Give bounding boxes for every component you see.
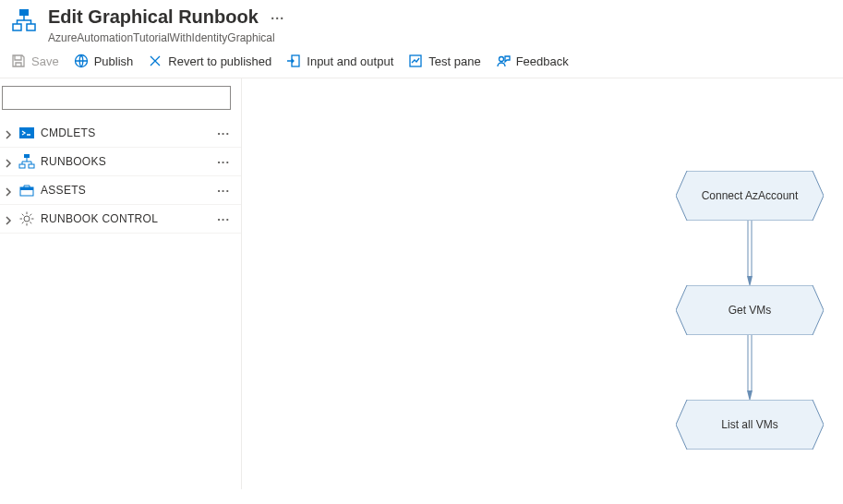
svg-rect-8	[24, 154, 30, 158]
save-icon	[11, 54, 26, 68]
chevron-right-icon	[4, 157, 13, 166]
revert-button[interactable]: Revert to published	[148, 54, 271, 68]
main-area: CMDLETS ··· RUNBOOKS ···	[0, 78, 843, 489]
activity-node-connect-azaccount[interactable]: Connect AzAccount	[676, 171, 824, 221]
svg-point-13	[24, 216, 30, 222]
input-output-button[interactable]: Input and output	[286, 54, 393, 68]
chevron-right-icon	[4, 186, 13, 195]
publish-button[interactable]: Publish	[74, 54, 134, 68]
feedback-label: Feedback	[516, 54, 569, 68]
library-item-runbook-control[interactable]: RUNBOOK CONTROL ···	[0, 205, 241, 234]
library-panel: CMDLETS ··· RUNBOOKS ···	[0, 78, 242, 489]
runbooks-hierarchy-icon	[18, 153, 35, 170]
chevron-right-icon	[4, 214, 13, 223]
header-more-button[interactable]: ···	[271, 11, 284, 26]
close-x-icon	[148, 54, 163, 68]
library-item-assets[interactable]: ASSETS ···	[0, 176, 241, 205]
publish-label: Publish	[94, 54, 134, 68]
input-output-icon	[286, 54, 301, 68]
svg-rect-10	[29, 164, 34, 168]
workflow-connector[interactable]	[747, 221, 753, 287]
svg-point-6	[499, 57, 503, 62]
revert-label: Revert to published	[168, 54, 271, 68]
library-item-label: RUNBOOK CONTROL	[41, 212, 208, 225]
library-item-label: CMDLETS	[41, 126, 208, 139]
globe-icon	[74, 54, 89, 68]
activity-node-label: Get VMs	[729, 304, 772, 317]
library-item-label: ASSETS	[41, 184, 208, 197]
workflow-connector[interactable]	[747, 335, 753, 402]
command-bar: Save Publish Revert to published Input a…	[0, 46, 843, 78]
activity-node-label: List all VMs	[721, 418, 777, 431]
feedback-person-icon	[496, 54, 511, 68]
library-item-more-button[interactable]: ···	[213, 212, 234, 226]
activity-node-list-all-vms[interactable]: List all VMs	[676, 400, 824, 450]
cmdlets-icon	[18, 125, 35, 141]
test-chart-icon	[408, 54, 423, 68]
library-item-more-button[interactable]: ···	[213, 155, 234, 169]
page-subtitle: AzureAutomationTutorialWithIdentityGraph…	[48, 31, 832, 44]
library-item-label: RUNBOOKS	[41, 155, 208, 168]
save-button: Save	[11, 54, 59, 68]
svg-rect-9	[19, 164, 25, 168]
page-header: Edit Graphical Runbook ··· AzureAutomati…	[0, 0, 843, 46]
chevron-right-icon	[4, 128, 13, 138]
assets-toolbox-icon	[18, 182, 35, 198]
library-list: CMDLETS ··· RUNBOOKS ···	[0, 119, 241, 234]
page-title: Edit Graphical Runbook	[48, 6, 259, 27]
svg-rect-7	[19, 127, 34, 138]
feedback-button[interactable]: Feedback	[496, 54, 569, 68]
library-item-more-button[interactable]: ···	[213, 126, 234, 140]
activity-node-label: Connect AzAccount	[702, 189, 799, 202]
library-item-more-button[interactable]: ···	[213, 184, 234, 198]
test-pane-button[interactable]: Test pane	[408, 54, 480, 68]
gear-icon	[18, 210, 35, 227]
svg-rect-2	[27, 24, 35, 30]
svg-rect-0	[19, 9, 29, 16]
activity-node-get-vms[interactable]: Get VMs	[676, 285, 824, 335]
runbook-hierarchy-icon	[11, 7, 37, 33]
runbook-canvas[interactable]: Connect AzAccount Get VMs List all VMs	[242, 78, 843, 489]
save-label: Save	[31, 54, 59, 68]
test-label: Test pane	[428, 54, 480, 68]
io-label: Input and output	[307, 54, 393, 68]
svg-rect-12	[20, 187, 33, 190]
library-item-runbooks[interactable]: RUNBOOKS ···	[0, 148, 241, 176]
library-item-cmdlets[interactable]: CMDLETS ···	[0, 119, 241, 148]
svg-rect-1	[13, 24, 21, 30]
library-search-input[interactable]	[2, 86, 231, 110]
